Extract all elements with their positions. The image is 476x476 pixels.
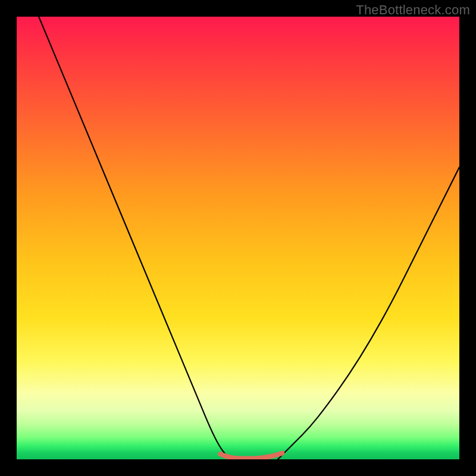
- chart-frame: TheBottleneck.com: [0, 0, 476, 476]
- curves-svg: [17, 17, 459, 459]
- watermark-text: TheBottleneck.com: [356, 2, 470, 18]
- right-curve: [278, 167, 459, 459]
- plot-area: [17, 17, 459, 459]
- bottom-band: [220, 453, 282, 459]
- left-curve: [39, 17, 229, 459]
